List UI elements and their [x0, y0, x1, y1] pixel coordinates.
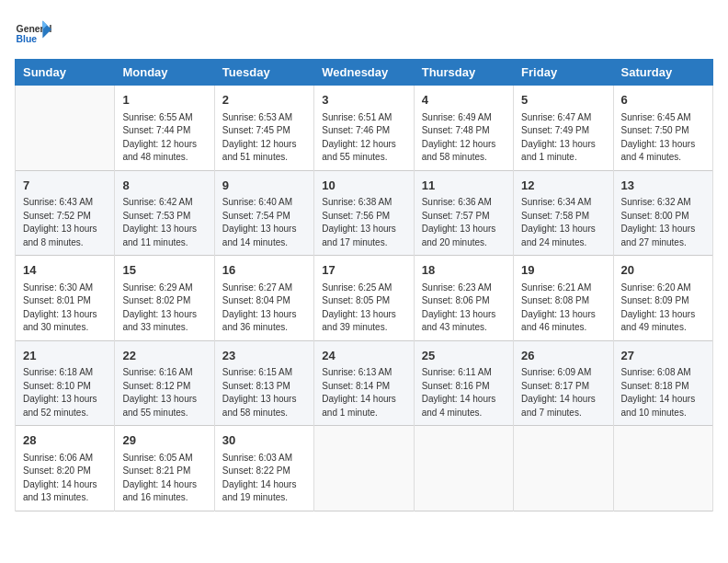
day-number: 29	[122, 431, 206, 450]
cell-content: Sunrise: 6:30 AM Sunset: 8:01 PM Dayligh…	[23, 282, 107, 335]
col-header-friday: Friday	[514, 60, 613, 86]
cell-content: Sunrise: 6:43 AM Sunset: 7:52 PM Dayligh…	[23, 196, 107, 249]
calendar-cell: 7Sunrise: 6:43 AM Sunset: 7:52 PM Daylig…	[16, 170, 115, 256]
cell-content: Sunrise: 6:23 AM Sunset: 8:06 PM Dayligh…	[422, 282, 506, 335]
calendar-cell: 6Sunrise: 6:45 AM Sunset: 7:50 PM Daylig…	[613, 86, 712, 171]
cell-content: Sunrise: 6:25 AM Sunset: 8:05 PM Dayligh…	[322, 282, 405, 335]
day-number: 24	[322, 347, 405, 365]
col-header-wednesday: Wednesday	[314, 60, 414, 86]
cell-content: Sunrise: 6:45 AM Sunset: 7:50 PM Dayligh…	[621, 111, 705, 165]
cell-content: Sunrise: 6:42 AM Sunset: 7:53 PM Dayligh…	[122, 196, 206, 249]
calendar-table: SundayMondayTuesdayWednesdayThursdayFrid…	[15, 59, 713, 511]
calendar-cell: 22Sunrise: 6:16 AM Sunset: 8:12 PM Dayli…	[115, 340, 214, 426]
cell-content: Sunrise: 6:47 AM Sunset: 7:49 PM Dayligh…	[521, 111, 605, 165]
cell-content: Sunrise: 6:40 AM Sunset: 7:54 PM Dayligh…	[222, 196, 306, 249]
day-number: 27	[621, 347, 705, 365]
calendar-cell: 21Sunrise: 6:18 AM Sunset: 8:10 PM Dayli…	[16, 340, 115, 426]
calendar-cell: 24Sunrise: 6:13 AM Sunset: 8:14 PM Dayli…	[314, 340, 414, 426]
calendar-cell: 23Sunrise: 6:15 AM Sunset: 8:13 PM Dayli…	[214, 340, 313, 426]
calendar-cell	[414, 426, 513, 511]
day-number: 18	[422, 261, 506, 280]
col-header-monday: Monday	[115, 60, 214, 86]
calendar-cell: 13Sunrise: 6:32 AM Sunset: 8:00 PM Dayli…	[613, 170, 712, 256]
day-number: 28	[23, 431, 107, 450]
calendar-cell: 4Sunrise: 6:49 AM Sunset: 7:48 PM Daylig…	[414, 86, 513, 171]
day-number: 17	[322, 261, 405, 280]
cell-content: Sunrise: 6:20 AM Sunset: 8:09 PM Dayligh…	[621, 282, 705, 335]
calendar-cell: 20Sunrise: 6:20 AM Sunset: 8:09 PM Dayli…	[613, 256, 712, 341]
header-row: SundayMondayTuesdayWednesdayThursdayFrid…	[16, 60, 713, 86]
col-header-thursday: Thursday	[414, 60, 513, 86]
cell-content: Sunrise: 6:34 AM Sunset: 7:58 PM Dayligh…	[521, 196, 605, 249]
day-number: 5	[521, 91, 605, 109]
day-number: 15	[122, 261, 206, 280]
day-number: 16	[222, 261, 306, 280]
day-number: 22	[122, 347, 206, 365]
cell-content: Sunrise: 6:18 AM Sunset: 8:10 PM Dayligh…	[23, 366, 107, 419]
cell-content: Sunrise: 6:03 AM Sunset: 8:22 PM Dayligh…	[222, 452, 306, 505]
day-number: 2	[222, 91, 306, 109]
cell-content: Sunrise: 6:49 AM Sunset: 7:48 PM Dayligh…	[422, 111, 506, 165]
calendar-cell	[613, 426, 712, 511]
calendar-cell	[314, 426, 414, 511]
cell-content: Sunrise: 6:09 AM Sunset: 8:17 PM Dayligh…	[521, 366, 605, 419]
day-number: 6	[621, 91, 705, 109]
calendar-cell: 26Sunrise: 6:09 AM Sunset: 8:17 PM Dayli…	[514, 340, 613, 426]
calendar-cell: 9Sunrise: 6:40 AM Sunset: 7:54 PM Daylig…	[214, 170, 313, 256]
day-number: 4	[422, 91, 506, 109]
cell-content: Sunrise: 6:51 AM Sunset: 7:46 PM Dayligh…	[322, 111, 405, 165]
day-number: 7	[23, 177, 107, 195]
day-number: 10	[322, 177, 405, 195]
day-number: 12	[521, 177, 605, 195]
page-header: General Blue	[15, 15, 713, 52]
calendar-cell: 14Sunrise: 6:30 AM Sunset: 8:01 PM Dayli…	[16, 256, 115, 341]
calendar-cell	[16, 86, 115, 171]
calendar-cell: 30Sunrise: 6:03 AM Sunset: 8:22 PM Dayli…	[214, 426, 313, 511]
calendar-cell: 3Sunrise: 6:51 AM Sunset: 7:46 PM Daylig…	[314, 86, 414, 171]
cell-content: Sunrise: 6:38 AM Sunset: 7:56 PM Dayligh…	[322, 196, 405, 249]
cell-content: Sunrise: 6:53 AM Sunset: 7:45 PM Dayligh…	[222, 111, 306, 165]
day-number: 21	[23, 347, 107, 365]
calendar-cell: 28Sunrise: 6:06 AM Sunset: 8:20 PM Dayli…	[16, 426, 115, 511]
day-number: 9	[222, 177, 306, 195]
day-number: 11	[422, 177, 506, 195]
calendar-cell: 8Sunrise: 6:42 AM Sunset: 7:53 PM Daylig…	[115, 170, 214, 256]
cell-content: Sunrise: 6:21 AM Sunset: 8:08 PM Dayligh…	[521, 282, 605, 335]
day-number: 1	[122, 91, 206, 109]
calendar-week-row: 21Sunrise: 6:18 AM Sunset: 8:10 PM Dayli…	[16, 340, 713, 426]
calendar-cell	[514, 426, 613, 511]
svg-text:Blue: Blue	[17, 34, 38, 44]
day-number: 8	[122, 177, 206, 195]
calendar-week-row: 28Sunrise: 6:06 AM Sunset: 8:20 PM Dayli…	[16, 426, 713, 511]
cell-content: Sunrise: 6:13 AM Sunset: 8:14 PM Dayligh…	[322, 366, 405, 419]
cell-content: Sunrise: 6:29 AM Sunset: 8:02 PM Dayligh…	[122, 282, 206, 335]
calendar-cell: 16Sunrise: 6:27 AM Sunset: 8:04 PM Dayli…	[214, 256, 313, 341]
calendar-cell: 17Sunrise: 6:25 AM Sunset: 8:05 PM Dayli…	[314, 256, 414, 341]
day-number: 19	[521, 261, 605, 280]
calendar-cell: 18Sunrise: 6:23 AM Sunset: 8:06 PM Dayli…	[414, 256, 513, 341]
calendar-cell: 1Sunrise: 6:55 AM Sunset: 7:44 PM Daylig…	[115, 86, 214, 171]
calendar-cell: 19Sunrise: 6:21 AM Sunset: 8:08 PM Dayli…	[514, 256, 613, 341]
calendar-cell: 15Sunrise: 6:29 AM Sunset: 8:02 PM Dayli…	[115, 256, 214, 341]
calendar-week-row: 1Sunrise: 6:55 AM Sunset: 7:44 PM Daylig…	[16, 86, 713, 171]
calendar-cell: 2Sunrise: 6:53 AM Sunset: 7:45 PM Daylig…	[214, 86, 313, 171]
day-number: 13	[621, 177, 705, 195]
calendar-cell: 12Sunrise: 6:34 AM Sunset: 7:58 PM Dayli…	[514, 170, 613, 256]
calendar-week-row: 14Sunrise: 6:30 AM Sunset: 8:01 PM Dayli…	[16, 256, 713, 341]
cell-content: Sunrise: 6:05 AM Sunset: 8:21 PM Dayligh…	[122, 452, 206, 505]
cell-content: Sunrise: 6:36 AM Sunset: 7:57 PM Dayligh…	[422, 196, 506, 249]
day-number: 30	[222, 431, 306, 450]
cell-content: Sunrise: 6:15 AM Sunset: 8:13 PM Dayligh…	[222, 366, 306, 419]
calendar-cell: 5Sunrise: 6:47 AM Sunset: 7:49 PM Daylig…	[514, 86, 613, 171]
calendar-cell: 10Sunrise: 6:38 AM Sunset: 7:56 PM Dayli…	[314, 170, 414, 256]
cell-content: Sunrise: 6:32 AM Sunset: 8:00 PM Dayligh…	[621, 196, 705, 249]
day-number: 20	[621, 261, 705, 280]
logo: General Blue	[15, 15, 55, 52]
day-number: 26	[521, 347, 605, 365]
day-number: 14	[23, 261, 107, 280]
cell-content: Sunrise: 6:11 AM Sunset: 8:16 PM Dayligh…	[422, 366, 506, 419]
calendar-cell: 25Sunrise: 6:11 AM Sunset: 8:16 PM Dayli…	[414, 340, 513, 426]
col-header-saturday: Saturday	[613, 60, 712, 86]
cell-content: Sunrise: 6:06 AM Sunset: 8:20 PM Dayligh…	[23, 452, 107, 505]
calendar-cell: 11Sunrise: 6:36 AM Sunset: 7:57 PM Dayli…	[414, 170, 513, 256]
